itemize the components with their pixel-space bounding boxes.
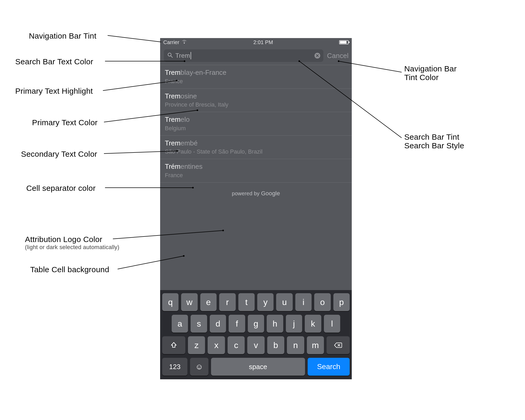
key-c[interactable]: c bbox=[228, 336, 245, 354]
attribution-label: powered by Google bbox=[160, 183, 352, 202]
key-n[interactable]: n bbox=[287, 336, 304, 354]
callout-nav-bar-tint: Navigation Bar Tint bbox=[29, 32, 96, 40]
callout-search-bar-tint: Search Bar Tint Search Bar Style bbox=[404, 133, 464, 150]
key-q[interactable]: q bbox=[162, 293, 178, 311]
key-r[interactable]: r bbox=[219, 293, 235, 311]
result-secondary: France bbox=[165, 78, 347, 85]
result-primary: Tremblay-en-France bbox=[165, 68, 347, 77]
result-secondary: Province of Brescia, Italy bbox=[165, 101, 347, 108]
phone-screen: Carrier 2:01 PM Trem Cancel Tremblay-en-… bbox=[160, 38, 352, 379]
key-search[interactable]: Search bbox=[308, 358, 350, 376]
callout-nav-bar-tint-color: Navigation Bar Tint Color bbox=[404, 64, 457, 82]
list-item[interactable]: Tremelo Belgium bbox=[160, 112, 352, 135]
key-shift[interactable] bbox=[162, 336, 185, 354]
google-logo: Google bbox=[261, 190, 280, 197]
key-i[interactable]: i bbox=[295, 293, 312, 311]
battery-icon bbox=[339, 40, 349, 44]
key-g[interactable]: g bbox=[248, 315, 264, 333]
key-s[interactable]: s bbox=[191, 315, 207, 333]
backspace-icon bbox=[334, 342, 342, 348]
keyboard-row: 123 ☺ space Search bbox=[162, 358, 350, 376]
key-o[interactable]: o bbox=[314, 293, 330, 311]
key-numbers[interactable]: 123 bbox=[162, 358, 187, 376]
clock-label: 2:01 PM bbox=[187, 39, 339, 45]
key-w[interactable]: w bbox=[181, 293, 197, 311]
key-f[interactable]: f bbox=[229, 315, 245, 333]
key-emoji[interactable]: ☺ bbox=[190, 358, 208, 376]
list-item[interactable]: Trémentines France bbox=[160, 159, 352, 183]
key-b[interactable]: b bbox=[267, 336, 284, 354]
search-query-text: Trem bbox=[175, 52, 191, 59]
key-d[interactable]: d bbox=[210, 315, 226, 333]
key-h[interactable]: h bbox=[267, 315, 283, 333]
key-space[interactable]: space bbox=[211, 358, 305, 376]
result-primary: Trémentines bbox=[165, 162, 347, 171]
keyboard: q w e r t y u i o p a s d f g h j k l z bbox=[160, 290, 352, 379]
key-e[interactable]: e bbox=[200, 293, 217, 311]
key-t[interactable]: t bbox=[238, 293, 255, 311]
result-primary: Tremembé bbox=[165, 139, 347, 148]
result-secondary: France bbox=[165, 172, 347, 179]
key-y[interactable]: y bbox=[257, 293, 274, 311]
emoji-icon: ☺ bbox=[195, 362, 203, 371]
callout-attribution-sub: (light or dark selected automatically) bbox=[25, 244, 119, 250]
key-l[interactable]: l bbox=[324, 315, 340, 333]
clear-search-button[interactable] bbox=[314, 53, 320, 59]
callout-primary-text: Primary Text Color bbox=[32, 118, 98, 127]
callout-primary-highlight: Primary Text Highlight bbox=[15, 87, 93, 95]
callout-secondary-text: Secondary Text Color bbox=[21, 150, 97, 158]
keyboard-row: a s d f g h j k l bbox=[162, 315, 350, 333]
key-z[interactable]: z bbox=[188, 336, 205, 354]
results-list: Tremblay-en-France France Tremosine Prov… bbox=[160, 65, 352, 183]
shift-icon bbox=[170, 342, 177, 349]
svg-point-0 bbox=[168, 53, 171, 56]
key-backspace[interactable] bbox=[327, 336, 350, 354]
callout-table-cell-bg: Table Cell background bbox=[30, 265, 109, 274]
status-bar: Carrier 2:01 PM bbox=[160, 38, 352, 46]
table-background bbox=[160, 202, 352, 290]
keyboard-row: z x c v b n m bbox=[162, 336, 350, 354]
callout-attribution-logo: Attribution Logo Color bbox=[25, 235, 102, 244]
keyboard-row: q w e r t y u i o p bbox=[162, 293, 350, 311]
key-p[interactable]: p bbox=[333, 293, 350, 311]
result-primary: Tremosine bbox=[165, 92, 347, 101]
search-input[interactable]: Trem bbox=[164, 49, 323, 62]
list-item[interactable]: Tremblay-en-France France bbox=[160, 65, 352, 88]
search-icon bbox=[167, 52, 173, 59]
result-secondary: São Paulo - State of São Paulo, Brazil bbox=[165, 148, 347, 155]
wifi-icon bbox=[181, 39, 187, 45]
key-x[interactable]: x bbox=[208, 336, 225, 354]
callout-search-bar-text: Search Bar Text Color bbox=[15, 57, 93, 66]
list-item[interactable]: Tremosine Province of Brescia, Italy bbox=[160, 88, 352, 112]
list-item[interactable]: Tremembé São Paulo - State of São Paulo,… bbox=[160, 135, 352, 159]
svg-line-2 bbox=[108, 35, 161, 42]
svg-line-1 bbox=[171, 56, 172, 57]
key-m[interactable]: m bbox=[307, 336, 324, 354]
result-primary: Tremelo bbox=[165, 115, 347, 124]
callout-cell-separator: Cell separator color bbox=[26, 184, 96, 192]
key-j[interactable]: j bbox=[286, 315, 302, 333]
key-k[interactable]: k bbox=[305, 315, 321, 333]
cancel-button[interactable]: Cancel bbox=[327, 52, 349, 60]
search-bar: Trem Cancel bbox=[160, 46, 352, 65]
result-secondary: Belgium bbox=[165, 125, 347, 132]
key-u[interactable]: u bbox=[276, 293, 292, 311]
carrier-label: Carrier bbox=[163, 39, 179, 45]
key-a[interactable]: a bbox=[172, 315, 188, 333]
key-v[interactable]: v bbox=[247, 336, 264, 354]
